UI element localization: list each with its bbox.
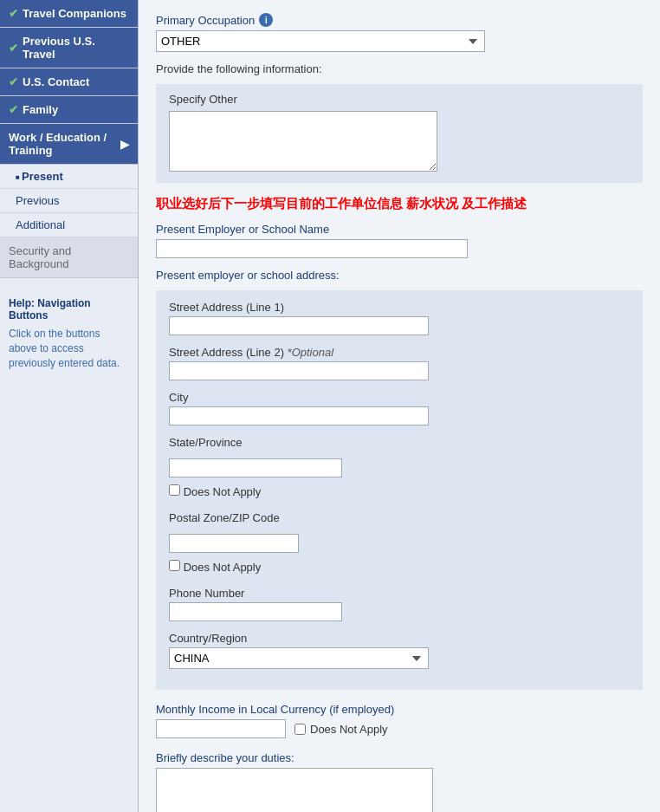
sidebar-item-label: Security and Background xyxy=(9,244,71,270)
monthly-dna-checkbox[interactable] xyxy=(294,724,306,735)
street2-field: Street Address (Line 2) *Optional xyxy=(169,346,630,380)
street2-label: Street Address (Line 2) *Optional xyxy=(169,346,630,359)
address-label: Present employer or school address: xyxy=(156,269,643,282)
state-dna-checkbox[interactable] xyxy=(169,484,180,496)
sidebar-sub-item-label: Additional xyxy=(16,218,65,231)
sidebar-item-travel-companions[interactable]: ✔ Travel Companions xyxy=(0,0,138,28)
duties-section: Briefly describe your duties: xyxy=(156,751,643,812)
state-dna-label[interactable]: Does Not Apply xyxy=(169,484,630,498)
country-select[interactable]: CHINA UNITED STATES OTHER xyxy=(169,647,429,669)
main-content: Primary Occupation i OTHER EMPLOYED FULL… xyxy=(139,0,660,812)
postal-field: Postal Zone/ZIP Code Does Not Apply xyxy=(169,511,630,576)
phone-input[interactable] xyxy=(169,602,342,621)
specify-other-textarea[interactable] xyxy=(169,111,437,172)
help-title: Help: Navigation Buttons xyxy=(9,297,129,322)
duties-textarea[interactable] xyxy=(156,768,433,812)
street2-input[interactable] xyxy=(169,361,429,380)
arrow-icon: ▶ xyxy=(120,138,129,151)
street1-label: Street Address (Line 1) xyxy=(169,301,630,314)
sidebar-sub-item-label: Present xyxy=(22,170,63,183)
street1-input[interactable] xyxy=(169,316,429,335)
postal-dna-label[interactable]: Does Not Apply xyxy=(169,560,630,574)
employer-input[interactable] xyxy=(156,239,468,258)
duties-label: Briefly describe your duties: xyxy=(156,751,643,764)
monthly-income-label: Monthly Income in Local Currency (if emp… xyxy=(156,703,643,716)
monthly-income-input[interactable] xyxy=(156,719,286,738)
city-input[interactable] xyxy=(169,406,429,425)
phone-label: Phone Number xyxy=(169,587,630,600)
postal-dna-checkbox[interactable] xyxy=(169,560,180,571)
check-icon: ✔ xyxy=(9,7,18,20)
help-text: Click on the buttons above to access pre… xyxy=(9,327,129,370)
specify-other-label: Specify Other xyxy=(169,93,630,106)
sidebar-item-family[interactable]: ✔ Family xyxy=(0,96,138,124)
state-input[interactable] xyxy=(169,458,342,477)
sidebar-item-label: Work / Education / Training xyxy=(9,131,120,157)
postal-label: Postal Zone/ZIP Code xyxy=(169,511,630,524)
specify-other-section: Specify Other xyxy=(156,84,643,183)
sidebar-sub-item-label: Previous xyxy=(16,194,60,207)
primary-occupation-field: Primary Occupation i OTHER EMPLOYED FULL… xyxy=(156,13,643,52)
sidebar-help: Help: Navigation Buttons Click on the bu… xyxy=(0,287,138,380)
city-field: City xyxy=(169,391,630,425)
sidebar-item-security-background: Security and Background xyxy=(0,237,138,278)
phone-field: Phone Number xyxy=(169,587,630,621)
monthly-dna-label[interactable]: Does Not Apply xyxy=(294,723,388,736)
check-icon: ✔ xyxy=(9,75,18,88)
monthly-income-section: Monthly Income in Local Currency (if emp… xyxy=(156,703,643,738)
sidebar-item-label: U.S. Contact xyxy=(23,75,89,88)
sidebar-item-work-education-training[interactable]: Work / Education / Training ▶ xyxy=(0,124,138,165)
provide-text: Provide the following information: xyxy=(156,62,643,75)
state-label: State/Province xyxy=(169,436,630,449)
street1-field: Street Address (Line 1) xyxy=(169,301,630,335)
sidebar-item-us-contact[interactable]: ✔ U.S. Contact xyxy=(0,68,138,96)
primary-occupation-select[interactable]: OTHER EMPLOYED FULL TIME EMPLOYED PART T… xyxy=(156,30,485,52)
sidebar-item-label: Travel Companions xyxy=(23,7,126,20)
sidebar-sub-item-present[interactable]: Present xyxy=(0,165,138,189)
city-label: City xyxy=(169,391,630,404)
sidebar-item-previous-us-travel[interactable]: ✔ Previous U.S. Travel xyxy=(0,28,138,68)
sidebar-item-label: Family xyxy=(23,103,58,116)
postal-input[interactable] xyxy=(169,534,299,553)
sidebar: ✔ Travel Companions ✔ Previous U.S. Trav… xyxy=(0,0,139,812)
address-section: Street Address (Line 1) Street Address (… xyxy=(156,290,643,690)
employer-label: Present Employer or School Name xyxy=(156,223,643,236)
chinese-notice: 职业选好后下一步填写目前的工作单位信息 薪水状况 及工作描述 xyxy=(156,196,643,212)
sidebar-sub-item-previous[interactable]: Previous xyxy=(0,189,138,213)
employer-field: Present Employer or School Name xyxy=(156,223,643,258)
country-field: Country/Region CHINA UNITED STATES OTHER xyxy=(169,632,630,669)
sidebar-sub-item-additional[interactable]: Additional xyxy=(0,213,138,237)
check-icon: ✔ xyxy=(9,42,18,55)
country-label: Country/Region xyxy=(169,632,630,645)
primary-occupation-label: Primary Occupation i xyxy=(156,13,643,27)
check-icon: ✔ xyxy=(9,103,18,116)
state-field: State/Province Does Not Apply xyxy=(169,436,630,501)
sidebar-item-label: Previous U.S. Travel xyxy=(23,35,129,61)
monthly-income-row: Does Not Apply xyxy=(156,719,643,738)
info-icon[interactable]: i xyxy=(259,13,273,27)
